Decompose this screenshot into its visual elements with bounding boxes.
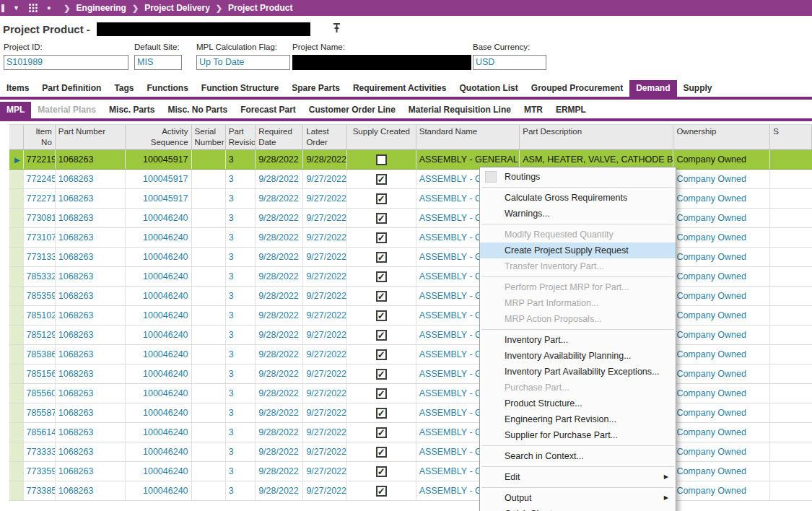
tab-requirement-activities[interactable]: Requirement Activities [346,80,453,97]
supply-created-checkbox-checked[interactable] [376,330,387,341]
header-part-number[interactable]: Part Number [56,125,126,149]
table-row[interactable]: 772271106826310004591739/28/20229/27/202… [9,189,812,209]
header-part-revision[interactable]: Part Revision [226,125,256,149]
menu-item-calculate-gross-requirements[interactable]: Calculate Gross Requirements [480,190,676,206]
project-name-value-redacted[interactable] [292,55,471,70]
table-row[interactable]: 785386106826310004624039/28/20229/27/202… [9,345,812,364]
tab-tags[interactable]: Tags [108,80,140,97]
tab-grouped-procurement[interactable]: Grouped Procurement [525,80,629,97]
menu-item-warnings[interactable]: Warnings... [480,206,676,222]
table-row[interactable]: 773333106826310004624039/28/20229/27/202… [9,442,812,462]
tab-supply[interactable]: Supply [677,80,719,97]
header-part-description[interactable]: Part Description [520,125,673,149]
row-selector[interactable] [9,423,24,442]
menu-item-inventory-part[interactable]: Inventory Part... [480,332,676,348]
header-supply-created[interactable]: Supply Created [347,125,416,149]
tab-part-definition[interactable]: Part Definition [35,80,108,97]
breadcrumb-item-project-product[interactable]: Project Product [228,3,292,13]
tab-demand[interactable]: Demand [629,80,676,97]
header-ownership[interactable]: Ownership [673,125,770,149]
header-serial-number[interactable]: Serial Number [192,125,226,149]
menu-item-inventory-part-availability-exceptions[interactable]: Inventory Part Availability Exceptions..… [480,364,676,380]
supply-created-checkbox-checked[interactable] [376,388,387,399]
app-grid-icon[interactable] [28,3,38,13]
supply-created-checkbox-checked[interactable] [376,310,387,321]
supply-created-checkbox-checked[interactable] [376,466,387,477]
supply-created-checkbox-checked[interactable] [376,271,387,282]
row-selector[interactable] [9,364,24,383]
table-row[interactable]: 785129106826310004624039/28/20229/27/202… [9,326,812,345]
tab-spare-parts[interactable]: Spare Parts [285,80,346,97]
table-row[interactable]: 785156106826310004624039/28/20229/27/202… [9,364,812,384]
table-row[interactable]: 772245106826310004591739/28/20229/27/202… [9,170,812,189]
supply-created-checkbox-checked[interactable] [376,193,387,204]
header-latest-order-date[interactable]: Latest Order Date [303,125,347,149]
header-s-truncated[interactable]: S [770,125,812,149]
tab-functions[interactable]: Functions [141,80,195,97]
menu-item-product-structure[interactable]: Product Structure... [480,396,676,411]
table-row[interactable]: 785332106826310004624039/28/20229/27/202… [9,267,812,287]
supply-created-checkbox-checked[interactable] [376,213,387,224]
subtab-misc-parts[interactable]: Misc. Parts [102,102,161,118]
row-selector[interactable] [9,189,24,208]
row-selector[interactable] [9,267,24,286]
row-selector[interactable] [9,403,24,422]
menu-item-quick-chart[interactable]: Quick Chart... [480,506,676,511]
row-selector-marker-icon[interactable] [9,150,24,169]
default-site-value[interactable]: MIS [134,55,182,70]
supply-created-checkbox-checked[interactable] [376,232,387,243]
menu-item-create-project-supply-request[interactable]: Create Project Supply Request [480,243,676,258]
mpl-calculation-flag-value[interactable]: Up To Date [196,55,290,70]
menu-item-output[interactable]: Output [480,490,676,506]
tab-function-structure[interactable]: Function Structure [195,80,285,97]
menu-item-edit[interactable]: Edit [480,469,676,485]
breadcrumb-item-project-delivery[interactable]: Project Delivery [144,3,210,13]
table-row[interactable]: 773385106826310004624039/28/20229/27/202… [9,481,812,501]
supply-created-checkbox-checked[interactable] [376,369,387,380]
row-selector[interactable] [9,462,24,481]
chevron-down-icon[interactable]: ▼ [13,4,19,12]
subtab-ermpl[interactable]: ERMPL [549,102,593,118]
row-selector[interactable] [9,326,24,344]
subtab-misc-no-parts[interactable]: Misc. No Parts [161,102,234,118]
table-row[interactable]: 785102106826310004624039/28/20229/27/202… [9,306,812,326]
menu-item-inventory-availability-planning[interactable]: Inventory Availability Planning... [480,348,676,364]
menu-item-supplier-for-purchase-part[interactable]: Supplier for Purchase Part... [480,427,676,443]
row-selector[interactable] [9,481,24,500]
menu-item-routings[interactable]: Routings [480,169,676,185]
row-selector[interactable] [9,306,24,325]
table-row[interactable]: 773081106826310004624039/28/20229/27/202… [9,209,812,228]
row-selector[interactable] [9,209,24,227]
table-row[interactable]: 773107106826310004624039/28/20229/27/202… [9,228,812,248]
table-row[interactable]: 785587106826310004624039/28/20229/27/202… [9,403,812,423]
header-activity-sequence[interactable]: Activity Sequence [126,125,192,149]
subtab-material-requisition-line[interactable]: Material Requisition Line [402,102,518,118]
row-selector[interactable] [9,170,24,188]
table-row[interactable]: 773359106826310004624039/28/20229/27/202… [9,462,812,481]
row-selector[interactable] [9,287,24,305]
table-row[interactable]: 785560106826310004624039/28/20229/27/202… [9,384,812,403]
subtab-customer-order-line[interactable]: Customer Order Line [302,102,402,118]
project-id-value[interactable]: S101989 [4,55,128,70]
row-selector[interactable] [9,248,24,266]
subtab-mpl[interactable]: MPL [0,102,31,118]
breadcrumb-item-engineering[interactable]: Engineering [77,3,126,13]
table-row[interactable]: 785359106826310004624039/28/20229/27/202… [9,287,812,306]
subtab-forecast-part[interactable]: Forecast Part [234,102,302,118]
table-row[interactable]: 772219106826310004591739/28/20229/28/202… [9,150,812,170]
subtab-mtr[interactable]: MTR [518,102,549,118]
menu-item-search-in-context[interactable]: Search in Context... [480,448,676,464]
pin-icon[interactable] [332,22,341,36]
header-standard-name[interactable]: Standard Name [416,125,520,149]
supply-created-checkbox-checked[interactable] [376,349,387,360]
base-currency-value[interactable]: USD [473,55,546,70]
header-required-date[interactable]: Required Date [256,125,303,149]
supply-created-checkbox-checked[interactable] [376,408,387,419]
tab-quotation-list[interactable]: Quotation List [453,80,524,97]
supply-created-checkbox-checked[interactable] [376,252,387,263]
row-selector[interactable] [9,442,24,461]
supply-created-checkbox-checked[interactable] [376,427,387,438]
table-row[interactable]: 785614106826310004624039/28/20229/27/202… [9,423,812,442]
supply-created-checkbox-checked[interactable] [376,486,387,497]
supply-created-checkbox-checked[interactable] [376,291,387,302]
